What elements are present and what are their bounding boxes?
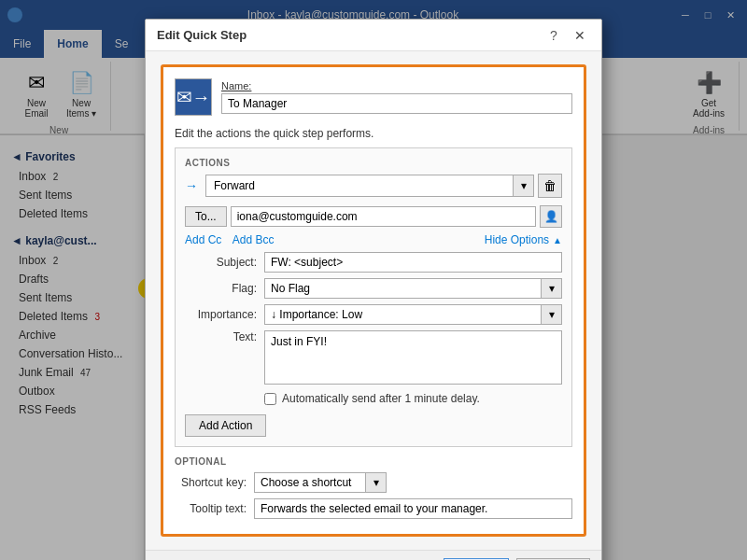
outlook-window: Inbox - kayla@customguide.com - Outlook … [0, 0, 747, 560]
orange-border-container: ✉→ Name: Edit the actions the quick step… [161, 64, 586, 537]
actions-section: Actions → Forward ▾ 🗑 [175, 147, 572, 447]
modal-help-button[interactable]: ? [545, 27, 562, 44]
flag-select[interactable]: No Flag [264, 278, 542, 299]
auto-send-label: Automatically send after 1 minute delay. [282, 392, 480, 405]
action-row: → Forward ▾ 🗑 [185, 174, 562, 198]
to-row: To... 👤 [185, 205, 562, 228]
chevron-up-icon: ▲ [553, 235, 562, 245]
tooltip-text-label: Tooltip text: [175, 502, 254, 515]
action-select[interactable]: Forward [205, 175, 514, 197]
optional-label: Optional [175, 456, 572, 467]
edit-actions-description: Edit the actions the quick step performs… [175, 127, 572, 140]
shortcut-row: Shortcut key: Choose a shortcut ▾ [175, 472, 572, 493]
importance-select[interactable]: ↓ Importance: Low [264, 304, 542, 325]
to-email-input[interactable] [231, 206, 536, 227]
shortcut-key-label: Shortcut key: [175, 476, 254, 489]
delete-action-button[interactable]: 🗑 [538, 174, 562, 198]
flag-dropdown-button[interactable]: ▾ [542, 278, 562, 299]
text-textarea[interactable]: Just in FYI! [264, 330, 562, 385]
flag-label: Flag: [185, 282, 264, 295]
auto-send-row: Automatically send after 1 minute delay. [185, 392, 562, 405]
shortcut-select[interactable]: Choose a shortcut [254, 472, 366, 493]
tooltip-row: Tooltip text: [175, 498, 572, 519]
name-row: ✉→ Name: [175, 78, 572, 116]
name-label-col: Name: [221, 80, 572, 114]
auto-send-checkbox[interactable] [264, 393, 276, 405]
text-label: Text: [185, 330, 264, 343]
importance-row: Importance: ↓ Importance: Low ▾ [185, 304, 562, 325]
hide-options-link[interactable]: Hide Options [485, 233, 549, 246]
modal-controls: ? ✕ [545, 25, 590, 46]
edit-quick-step-dialog: Edit Quick Step ? ✕ ✉→ Name: [145, 19, 602, 560]
modal-titlebar: Edit Quick Step ? ✕ [146, 20, 601, 51]
address-book-button[interactable]: 👤 [540, 205, 562, 228]
name-field-label: Name: [221, 80, 572, 91]
importance-label: Importance: [185, 308, 264, 321]
quick-step-icon: ✉→ [175, 78, 212, 116]
modal-overlay: Edit Quick Step ? ✕ ✉→ Name: [0, 0, 747, 560]
importance-dropdown-button[interactable]: ▾ [542, 304, 562, 325]
forward-arrow-icon: → [185, 178, 198, 193]
modal-close-button[interactable]: ✕ [570, 25, 590, 46]
shortcut-dropdown-button[interactable]: ▾ [366, 472, 387, 493]
to-button[interactable]: To... [185, 206, 227, 227]
action-select-wrapper: Forward ▾ [205, 175, 534, 197]
modal-body: ✉→ Name: Edit the actions the quick step… [146, 51, 601, 550]
add-cc-link[interactable]: Add Cc [185, 233, 221, 246]
modal-footer: 6 Save Cancel [146, 550, 601, 560]
actions-label: Actions [185, 158, 562, 168]
subject-label: Subject: [185, 256, 264, 269]
subject-input[interactable] [264, 252, 562, 273]
optional-section: Optional Shortcut key: Choose a shortcut… [175, 456, 572, 519]
flag-row: Flag: No Flag ▾ [185, 278, 562, 299]
tooltip-text-input[interactable] [254, 498, 572, 519]
importance-select-wrapper: ↓ Importance: Low ▾ [264, 304, 562, 325]
subject-row: Subject: [185, 252, 562, 273]
flag-select-wrapper: No Flag ▾ [264, 278, 562, 299]
shortcut-select-wrapper: Choose a shortcut ▾ [254, 472, 387, 493]
action-dropdown-button[interactable]: ▾ [514, 175, 534, 197]
modal-title: Edit Quick Step [157, 28, 247, 42]
text-row: Text: Just in FYI! [185, 330, 562, 385]
add-action-button[interactable]: Add Action [185, 414, 266, 437]
hide-options-row: Add Cc Add Bcc Hide Options ▲ [185, 233, 562, 246]
add-bcc-link[interactable]: Add Bcc [233, 233, 275, 246]
name-input[interactable] [221, 93, 572, 114]
quick-step-icon-symbol: ✉→ [176, 86, 211, 108]
